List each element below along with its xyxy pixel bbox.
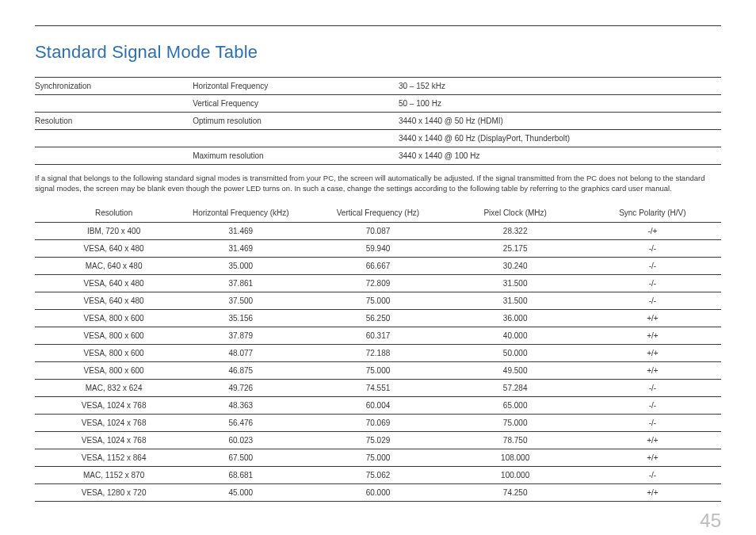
modes-cell: -/-: [584, 239, 721, 257]
table-row: IBM, 720 x 40031.46970.08728.322-/+: [35, 222, 721, 239]
spec-row: 3440 x 1440 @ 60 Hz (DisplayPort, Thunde…: [35, 130, 721, 147]
modes-cell: 60.317: [309, 327, 446, 344]
modes-cell: VESA, 640 x 480: [35, 239, 172, 257]
spec-cell: Synchronization: [35, 78, 193, 95]
modes-cell: VESA, 800 x 600: [35, 309, 172, 327]
table-row: VESA, 1024 x 76860.02375.02978.750+/+: [35, 431, 721, 449]
modes-cell: MAC, 640 x 480: [35, 257, 172, 274]
modes-header-cell: Pixel Clock (MHz): [447, 204, 584, 223]
modes-cell: 35.156: [172, 309, 309, 327]
modes-cell: 25.175: [447, 239, 584, 257]
modes-cell: -/-: [584, 257, 721, 274]
modes-header-cell: Horizontal Frequency (kHz): [172, 204, 309, 223]
spec-cell: Maximum resolution: [193, 147, 399, 165]
modes-cell: -/+: [584, 222, 721, 239]
spec-cell: 3440 x 1440 @ 60 Hz (DisplayPort, Thunde…: [399, 130, 721, 147]
modes-cell: VESA, 640 x 480: [35, 292, 172, 309]
table-row: VESA, 1024 x 76848.36360.00465.000-/-: [35, 396, 721, 414]
modes-cell: +/+: [584, 309, 721, 327]
modes-cell: 65.000: [447, 396, 584, 414]
modes-cell: 57.284: [447, 379, 584, 396]
modes-cell: +/+: [584, 449, 721, 466]
modes-cell: +/+: [584, 361, 721, 379]
spec-cell: 50 – 100 Hz: [399, 95, 721, 113]
modes-cell: 31.469: [172, 239, 309, 257]
modes-cell: 37.879: [172, 327, 309, 344]
spec-row: Maximum resolution3440 x 1440 @ 100 Hz: [35, 147, 721, 165]
table-row: VESA, 1024 x 76856.47670.06975.000-/-: [35, 414, 721, 431]
modes-cell: 46.875: [172, 361, 309, 379]
modes-cell: VESA, 800 x 600: [35, 344, 172, 361]
modes-cell: -/-: [584, 396, 721, 414]
modes-cell: 37.500: [172, 292, 309, 309]
spec-row: ResolutionOptimum resolution3440 x 1440 …: [35, 113, 721, 130]
spec-cell: Optimum resolution: [193, 113, 399, 130]
modes-cell: 31.500: [447, 274, 584, 292]
table-row: VESA, 1152 x 86467.50075.000108.000+/+: [35, 449, 721, 466]
modes-cell: 75.000: [309, 449, 446, 466]
modes-cell: 35.000: [172, 257, 309, 274]
modes-table: ResolutionHorizontal Frequency (kHz)Vert…: [35, 204, 721, 502]
modes-cell: VESA, 1024 x 768: [35, 414, 172, 431]
modes-cell: 50.000: [447, 344, 584, 361]
modes-cell: +/+: [584, 327, 721, 344]
modes-cell: -/-: [584, 274, 721, 292]
top-rule: [35, 25, 721, 26]
table-row: VESA, 640 x 48031.46959.94025.175-/-: [35, 239, 721, 257]
modes-cell: 60.000: [309, 483, 446, 501]
table-row: VESA, 800 x 60035.15656.25036.000+/+: [35, 309, 721, 327]
table-row: MAC, 832 x 62449.72674.55157.284-/-: [35, 379, 721, 396]
modes-cell: 49.500: [447, 361, 584, 379]
spec-cell: [35, 130, 193, 147]
modes-cell: 78.750: [447, 431, 584, 449]
modes-cell: 60.004: [309, 396, 446, 414]
table-row: MAC, 640 x 48035.00066.66730.240-/-: [35, 257, 721, 274]
modes-cell: VESA, 800 x 600: [35, 327, 172, 344]
table-row: MAC, 1152 x 87068.68175.062100.000-/-: [35, 466, 721, 483]
modes-cell: 108.000: [447, 449, 584, 466]
table-row: VESA, 1280 x 72045.00060.00074.250+/+: [35, 483, 721, 501]
modes-cell: 70.069: [309, 414, 446, 431]
modes-cell: 45.000: [172, 483, 309, 501]
modes-header-cell: Resolution: [35, 204, 172, 223]
spec-row: Vertical Frequency50 – 100 Hz: [35, 95, 721, 113]
modes-cell: 49.726: [172, 379, 309, 396]
modes-cell: 100.000: [447, 466, 584, 483]
modes-cell: 30.240: [447, 257, 584, 274]
spec-cell: Vertical Frequency: [193, 95, 399, 113]
modes-cell: 72.809: [309, 274, 446, 292]
spec-cell: 3440 x 1440 @ 100 Hz: [399, 147, 721, 165]
modes-cell: 59.940: [309, 239, 446, 257]
table-row: VESA, 800 x 60046.87575.00049.500+/+: [35, 361, 721, 379]
modes-cell: VESA, 1152 x 864: [35, 449, 172, 466]
modes-cell: 74.551: [309, 379, 446, 396]
spec-cell: [35, 147, 193, 165]
modes-cell: 75.029: [309, 431, 446, 449]
table-row: VESA, 640 x 48037.50075.00031.500-/-: [35, 292, 721, 309]
modes-cell: 74.250: [447, 483, 584, 501]
modes-cell: VESA, 1024 x 768: [35, 396, 172, 414]
modes-cell: +/+: [584, 344, 721, 361]
modes-cell: 56.476: [172, 414, 309, 431]
modes-cell: +/+: [584, 483, 721, 501]
page-number: 45: [35, 510, 721, 532]
modes-cell: -/-: [584, 379, 721, 396]
modes-cell: 36.000: [447, 309, 584, 327]
modes-cell: 75.000: [309, 361, 446, 379]
modes-header-cell: Sync Polarity (H/V): [584, 204, 721, 223]
modes-cell: 31.500: [447, 292, 584, 309]
spec-row: SynchronizationHorizontal Frequency30 – …: [35, 78, 721, 95]
modes-cell: 60.023: [172, 431, 309, 449]
modes-cell: 48.363: [172, 396, 309, 414]
table-row: VESA, 800 x 60048.07772.18850.000+/+: [35, 344, 721, 361]
modes-cell: IBM, 720 x 400: [35, 222, 172, 239]
modes-cell: 67.500: [172, 449, 309, 466]
modes-cell: 75.000: [447, 414, 584, 431]
page-title: Standard Signal Mode Table: [35, 42, 721, 63]
modes-cell: VESA, 800 x 600: [35, 361, 172, 379]
spec-cell: 30 – 152 kHz: [399, 78, 721, 95]
table-row: VESA, 640 x 48037.86172.80931.500-/-: [35, 274, 721, 292]
modes-cell: 75.062: [309, 466, 446, 483]
modes-cell: 48.077: [172, 344, 309, 361]
modes-cell: MAC, 832 x 624: [35, 379, 172, 396]
